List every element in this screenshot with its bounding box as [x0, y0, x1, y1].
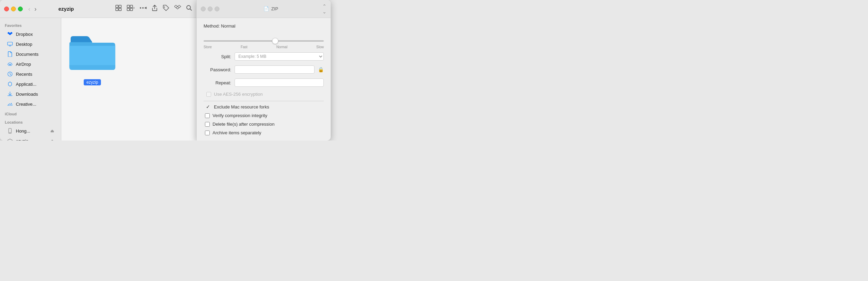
archive-separately-row: Archive items separately — [204, 130, 324, 135]
zip-title-text: ZIP — [271, 6, 278, 11]
delete-files-checkbox[interactable] — [205, 122, 210, 127]
compression-slider[interactable] — [204, 40, 324, 42]
sidebar-item-hong[interactable]: Hong... ⏏ — [2, 126, 59, 136]
sidebar-item-ezyzip-loc[interactable]: ezyzip ⏏ — [2, 136, 59, 140]
password-row: Password: 🔒 — [204, 65, 324, 74]
zip-fullscreen[interactable] — [215, 7, 219, 11]
zip-file-icon: 📄 — [264, 6, 269, 11]
drive-sidebar-icon — [7, 138, 13, 140]
svg-rect-13 — [8, 42, 12, 45]
sidebar-item-dropbox[interactable]: Dropbox — [2, 29, 59, 39]
view-options-icon[interactable] — [127, 4, 134, 13]
sidebar-item-creative[interactable]: Creative... — [2, 99, 59, 109]
checkmark-icon: ✓ — [205, 104, 211, 110]
eject-icon-ezyzip[interactable]: ⏏ — [50, 138, 54, 140]
zip-chevron-icon[interactable]: ⌃⌄ — [322, 3, 327, 14]
svg-rect-3 — [119, 8, 121, 11]
verify-checkbox[interactable] — [205, 113, 210, 118]
minimize-button[interactable] — [11, 7, 16, 11]
slider-label-normal: Normal — [276, 45, 287, 49]
svg-rect-1 — [119, 5, 121, 8]
zip-traffic-lights — [201, 7, 219, 11]
sidebar: Favorites Dropbox — [0, 18, 61, 140]
sidebar-item-recents[interactable]: Recents — [2, 69, 59, 79]
svg-point-11 — [164, 7, 165, 8]
aes-checkbox[interactable] — [206, 92, 211, 97]
settings-divider — [204, 101, 324, 101]
close-button[interactable] — [4, 7, 9, 11]
finder-window: ‹ › ezyzip — [0, 0, 196, 140]
exclude-mac-row: ✓ Exclude Mac resource forks — [204, 104, 324, 110]
aes-label[interactable]: Use AES-256 encryption — [214, 92, 263, 97]
hong-label: Hong... — [16, 128, 30, 134]
compression-slider-container: Store Fast Normal Slow — [204, 37, 324, 49]
zip-content: Method: Normal Store Fast Normal Slow Sp… — [197, 18, 331, 140]
downloads-label: Downloads — [16, 92, 38, 97]
eject-icon-hong[interactable]: ⏏ — [50, 128, 54, 133]
archive-separately-label[interactable]: Archive items separately — [213, 130, 261, 135]
share-icon[interactable] — [152, 4, 158, 13]
zip-panel: 📄 ZIP ⌃⌄ Method: Normal Store Fast Norma… — [196, 0, 331, 140]
finder-titlebar: ‹ › ezyzip — [0, 0, 196, 18]
repeat-input[interactable] — [235, 79, 324, 87]
exclude-mac-label: Exclude Mac resource forks — [214, 104, 269, 110]
locations-section-label: Locations — [0, 117, 61, 126]
method-label: Method: Normal — [204, 23, 235, 29]
dropbox-icon[interactable] — [174, 4, 181, 13]
more-options-icon[interactable] — [139, 5, 147, 13]
svg-rect-4 — [127, 5, 130, 8]
zip-title: 📄 ZIP — [264, 6, 278, 11]
recents-label: Recents — [16, 72, 32, 77]
desktop-label: Desktop — [16, 42, 32, 47]
ezyzip-loc-label: ezyzip — [16, 138, 29, 141]
finder-title: ezyzip — [21, 6, 111, 12]
svg-point-8 — [140, 7, 141, 9]
delete-files-label[interactable]: Delete file(s) after compression — [213, 122, 275, 127]
dropbox-label: Dropbox — [16, 32, 33, 37]
delete-files-row: Delete file(s) after compression — [204, 122, 324, 127]
icloud-section-label: iCloud — [0, 109, 61, 117]
desktop-sidebar-icon — [7, 41, 13, 47]
sidebar-item-desktop[interactable]: Desktop — [2, 39, 59, 49]
sidebar-item-documents[interactable]: Documents — [2, 49, 59, 59]
split-dropdown[interactable]: Example: 5 MB — [235, 52, 324, 61]
svg-point-10 — [145, 7, 146, 9]
applications-sidebar-icon — [7, 81, 13, 87]
airdrop-label: AirDrop — [16, 62, 31, 67]
aes-row: Use AES-256 encryption — [204, 92, 324, 97]
svg-rect-5 — [130, 5, 133, 8]
method-row: Method: Normal — [204, 23, 324, 32]
downloads-sidebar-icon — [7, 91, 13, 97]
slider-label-slow: Slow — [316, 45, 324, 49]
folder-name-label: ezyzip — [84, 79, 101, 85]
view-grid-icon[interactable] — [115, 4, 122, 13]
zip-minimize[interactable] — [208, 7, 213, 11]
svg-rect-7 — [130, 8, 133, 11]
search-icon[interactable] — [186, 5, 192, 13]
documents-sidebar-icon — [7, 51, 13, 57]
password-label: Password: — [204, 67, 231, 72]
archive-separately-checkbox[interactable] — [205, 131, 210, 135]
svg-point-12 — [187, 6, 190, 9]
creative-sidebar-icon — [7, 101, 13, 107]
sidebar-item-applications[interactable]: Applicati... — [2, 79, 59, 89]
verify-label[interactable]: Verify compression integrity — [213, 113, 267, 118]
toolbar-right — [115, 4, 192, 13]
zip-titlebar: 📄 ZIP ⌃⌄ — [197, 0, 331, 18]
recents-sidebar-icon — [7, 71, 13, 77]
slider-labels: Store Fast Normal Slow — [204, 45, 324, 49]
svg-point-9 — [142, 7, 144, 9]
applications-label: Applicati... — [16, 82, 37, 87]
split-row: Split: Example: 5 MB — [204, 52, 324, 61]
repeat-label: Repeat: — [204, 80, 231, 85]
zip-close[interactable] — [201, 7, 206, 11]
slider-label-fast: Fast — [241, 45, 247, 49]
folder-icon-wrapper — [66, 25, 118, 76]
tag-icon[interactable] — [163, 4, 169, 13]
sidebar-item-airdrop[interactable]: AirDrop — [2, 59, 59, 69]
creative-label: Creative... — [16, 102, 36, 107]
folder-item-ezyzip[interactable]: ezyzip — [68, 25, 116, 85]
sidebar-item-downloads[interactable]: Downloads — [2, 89, 59, 99]
airdrop-sidebar-icon — [7, 61, 13, 67]
password-input[interactable] — [235, 65, 314, 74]
